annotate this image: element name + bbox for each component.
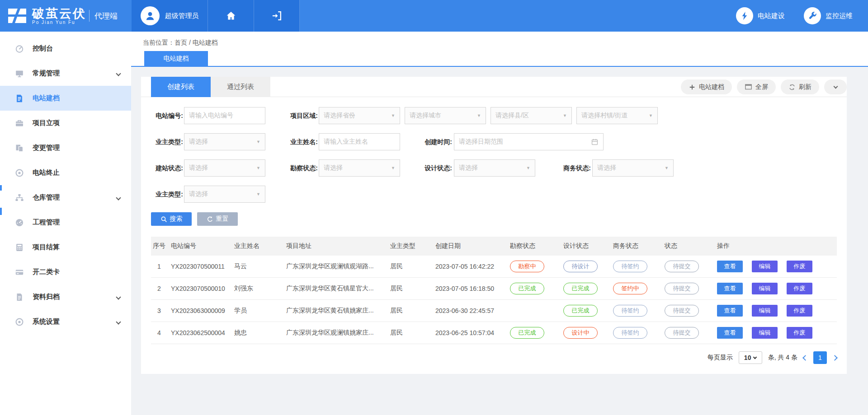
user-profile[interactable]: 超级管理员 (132, 0, 208, 32)
sidebar-item-资料归档[interactable]: 资料归档 (0, 284, 131, 309)
sidebar-item-变更管理[interactable]: 变更管理 (0, 135, 131, 160)
nav-monitor-ops[interactable]: 监控运维 (804, 7, 853, 24)
brand-subtitle: Po Jian Yun Fu (32, 20, 86, 25)
table-cell: 查看编辑作废 (713, 283, 837, 294)
column-header: 电站编号 (167, 242, 231, 250)
logout-button[interactable] (254, 0, 300, 32)
page-tab-active[interactable]: 电站建档 (144, 51, 208, 66)
sidebar-item-label: 电站建档 (33, 94, 60, 103)
table-cell: 4 (151, 329, 167, 336)
sidebar-item-电站建档[interactable]: 电站建档 (0, 86, 131, 111)
sidebar-item-仓库管理[interactable]: 仓库管理 (0, 185, 131, 210)
pagination-prefix: 每页显示 (708, 354, 733, 362)
page-size-select[interactable]: 10 (739, 351, 762, 364)
table-cell: 待提交 (661, 305, 713, 317)
sidebar-item-项目立项[interactable]: 项目立项 (0, 111, 131, 135)
table-cell: 查看编辑作废 (713, 305, 837, 317)
search-icon (160, 216, 167, 223)
content-card: 创建列表 通过列表 电站建档 全屏 刷新 (141, 77, 847, 374)
select-arrow-icon: ▼ (649, 113, 653, 118)
edit-button[interactable]: 编辑 (752, 305, 778, 317)
status-badge: 已完成 (563, 283, 598, 294)
nav-monitor-ops-label: 监控运维 (826, 12, 853, 20)
table-cell: YX2023062500004 (167, 329, 231, 336)
filter-label: 业主类型: (142, 186, 183, 203)
view-button[interactable]: 查看 (717, 305, 743, 317)
view-button[interactable]: 查看 (717, 261, 743, 272)
table-cell: 2023-06-25 10:57:04 (432, 329, 506, 336)
table-cell: 签约中 (609, 283, 661, 294)
status-badge: 待签约 (613, 327, 647, 339)
table-cell: 广东深圳龙华区观澜镇姚家庄... (283, 329, 387, 337)
sidebar-item-电站终止[interactable]: 电站终止 (0, 160, 131, 185)
sidebar-item-开二类卡[interactable]: 开二类卡 (0, 260, 131, 284)
filter-select[interactable]: 请选择▼ (184, 186, 265, 203)
status-badge: 待设计 (563, 261, 598, 272)
document-icon (15, 93, 25, 103)
sidebar-item-控制台[interactable]: 控制台 (0, 36, 131, 61)
status-badge: 已完成 (510, 283, 544, 294)
brand-logo: 破茧云伏 Po Jian Yun Fu 代理端 (0, 0, 132, 32)
home-button[interactable] (208, 0, 254, 32)
divider (89, 10, 90, 22)
filter-label: 项目区域: (277, 107, 318, 124)
filter-select[interactable]: 请选择▼ (184, 133, 265, 150)
refresh-button[interactable]: 刷新 (781, 79, 819, 94)
card-header: 创建列表 通过列表 电站建档 全屏 刷新 (141, 77, 847, 97)
sidebar-item-常规管理[interactable]: 常规管理 (0, 61, 131, 86)
user-section: 超级管理员 (132, 0, 300, 32)
filter-input[interactable]: 请输入电站编号 (184, 107, 265, 124)
edit-button[interactable]: 编辑 (752, 261, 778, 272)
filter-select[interactable]: 请选择城市▼ (405, 107, 486, 124)
void-button[interactable]: 作废 (787, 305, 812, 317)
edit-button[interactable]: 编辑 (752, 283, 778, 294)
view-button[interactable]: 查看 (717, 283, 743, 294)
tab-create-list[interactable]: 创建列表 (151, 77, 211, 97)
filter-date-range[interactable]: 请选择日期范围 (454, 133, 604, 150)
user-name: 超级管理员 (165, 12, 199, 20)
person-icon (144, 10, 156, 22)
sidebar-item-label: 常规管理 (33, 69, 60, 78)
column-header: 设计状态 (560, 242, 609, 250)
void-button[interactable]: 作废 (787, 261, 812, 272)
sidebar-item-label: 项目结算 (33, 243, 60, 252)
sidebar-item-系统设置[interactable]: 系统设置 (0, 309, 131, 334)
tab-passed-list[interactable]: 通过列表 (211, 77, 270, 97)
table-cell: 刘强东 (231, 284, 283, 293)
column-header: 商务状态 (609, 242, 661, 250)
filter-select[interactable]: 请选择省份▼ (319, 107, 400, 124)
select-arrow-icon: ▼ (665, 166, 669, 170)
status-badge: 待提交 (665, 305, 699, 317)
filter-select[interactable]: 请选择▼ (184, 159, 265, 177)
reset-button[interactable]: 重置 (197, 212, 238, 226)
sidebar-item-工程管理[interactable]: 工程管理 (0, 210, 131, 235)
filter-select[interactable]: 请选择▼ (454, 159, 535, 177)
nav-station-build[interactable]: 电站建设 (736, 7, 785, 24)
table-cell: 已完成 (506, 283, 560, 294)
status-badge: 待提交 (665, 261, 699, 272)
fullscreen-button[interactable]: 全屏 (737, 79, 776, 94)
next-page-button[interactable] (832, 355, 838, 361)
target-icon (15, 168, 25, 178)
filter-select[interactable]: 请选择▼ (319, 159, 400, 177)
filter-select[interactable]: 请选择村镇/街道▼ (576, 107, 658, 124)
nav-station-build-label: 电站建设 (758, 12, 785, 20)
filter-select[interactable]: 请选择▼ (592, 159, 674, 177)
add-station-button[interactable]: 电站建档 (681, 79, 732, 94)
edit-button[interactable]: 编辑 (752, 327, 778, 339)
prev-page-button[interactable] (802, 355, 808, 361)
table-cell: 待提交 (661, 327, 713, 339)
filter-input[interactable]: 请输入业主姓名 (319, 133, 400, 150)
status-badge: 待提交 (665, 283, 699, 294)
search-button[interactable]: 搜索 (151, 212, 192, 226)
lightning-icon (736, 7, 753, 24)
filter-label: 建站状态: (142, 159, 183, 177)
void-button[interactable]: 作废 (787, 283, 812, 294)
pagination-suffix: 条, 共 4 条 (768, 354, 797, 362)
sidebar-item-项目结算[interactable]: 项目结算 (0, 235, 131, 260)
filter-select[interactable]: 请选择县/区▼ (491, 107, 572, 124)
view-button[interactable]: 查看 (717, 327, 743, 339)
collapse-toolbar-button[interactable] (824, 79, 847, 94)
page-1-button[interactable]: 1 (813, 351, 827, 364)
void-button[interactable]: 作废 (787, 327, 812, 339)
